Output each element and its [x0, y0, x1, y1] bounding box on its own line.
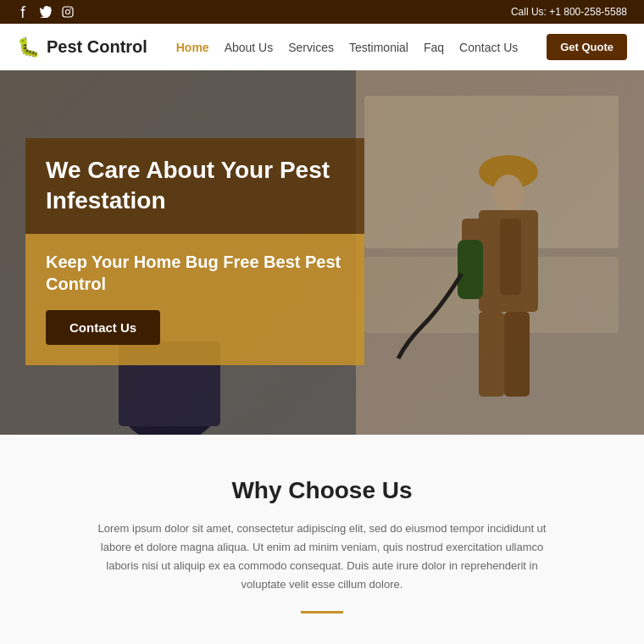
svg-rect-15 [504, 312, 530, 397]
svg-point-1 [66, 10, 70, 14]
svg-point-9 [479, 155, 538, 189]
svg-point-2 [70, 8, 72, 10]
nav-links: Home About Us Services Testimonial Faq C… [176, 41, 519, 54]
svg-rect-14 [479, 312, 504, 397]
svg-rect-16 [458, 240, 483, 299]
hero-title-box: We Care About Your Pest Infestation [25, 138, 364, 234]
instagram-icon[interactable] [61, 5, 75, 19]
svg-rect-5 [356, 70, 644, 435]
svg-rect-11 [479, 210, 538, 312]
why-heading: Why Choose Us [51, 477, 593, 504]
svg-rect-12 [462, 219, 483, 286]
nav-about[interactable]: About Us [225, 41, 274, 54]
why-choose-us-section: Why Choose Us Lorem ipsum dolor sit amet… [0, 435, 644, 644]
svg-rect-7 [364, 257, 619, 333]
svg-rect-0 [63, 7, 73, 17]
nav-contact[interactable]: Contact Us [459, 41, 518, 54]
top-bar: Call Us: +1 800-258-5588 [0, 0, 644, 24]
why-description: Lorem ipsum dolor sit amet, consectetur … [93, 519, 551, 594]
hero-section: We Care About Your Pest Infestation Keep… [0, 70, 644, 435]
svg-rect-6 [364, 96, 619, 248]
hero-subtitle-box: Keep Your Home Bug Free Best Pest Contro… [25, 234, 364, 365]
svg-point-17 [119, 358, 220, 435]
social-links[interactable] [17, 5, 75, 19]
why-divider [301, 611, 343, 613]
facebook-icon[interactable] [17, 5, 31, 19]
hero-subtitle: Keep Your Home Bug Free Best Pest Contro… [46, 251, 344, 295]
svg-rect-13 [500, 219, 521, 295]
logo-icon: 🐛 [17, 36, 40, 58]
hero-title: We Care About Your Pest Infestation [46, 155, 344, 217]
svg-point-10 [493, 175, 524, 212]
twitter-icon[interactable] [39, 5, 53, 19]
logo-text: Pest Control [47, 37, 147, 57]
phone-label: Call Us: +1 800-258-5588 [511, 6, 627, 18]
hero-content: We Care About Your Pest Infestation Keep… [25, 138, 364, 365]
nav-services[interactable]: Services [288, 41, 334, 54]
get-quote-button[interactable]: Get Quote [547, 34, 627, 60]
logo[interactable]: 🐛 Pest Control [17, 36, 147, 58]
contact-us-button[interactable]: Contact Us [46, 310, 160, 345]
nav-testimonial[interactable]: Testimonial [349, 41, 408, 54]
nav-home[interactable]: Home [176, 41, 209, 54]
nav-faq[interactable]: Faq [424, 41, 444, 54]
navbar: 🐛 Pest Control Home About Us Services Te… [0, 24, 644, 70]
